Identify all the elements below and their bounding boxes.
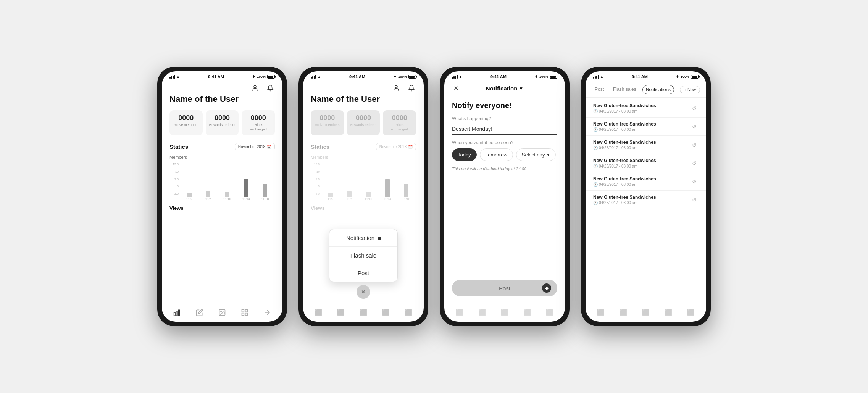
nav-edit-1[interactable] (194, 306, 206, 319)
form-field-2: When you want it be be seen? Today Tomor… (452, 140, 557, 161)
bar-x-3: 11/10 (223, 197, 231, 201)
date-badge-1[interactable]: November 2018 📅 (235, 143, 275, 150)
chevron-down-icon: ▼ (519, 86, 523, 91)
date-label-2: November 2018 (379, 145, 407, 149)
svg-rect-7 (245, 309, 248, 312)
nav-3-5[interactable]: ⬛ (544, 306, 556, 319)
bar-x-1: 11/2 (186, 197, 192, 201)
tab-flash-sales[interactable]: Flash sales (610, 85, 639, 94)
phone-3-screen: ▲ 9:41 AM ✱ 100% ✕ Notification ▼ (444, 71, 565, 322)
nav-chart-1[interactable] (171, 306, 183, 319)
info-text: This post will be disabled today at 24:0… (452, 166, 557, 171)
phone-2: ▲ 9:41 AM ✱ 100% (298, 67, 428, 326)
bar-chart-2: 12.5 10 7.5 5 2.5 11/2 (311, 163, 416, 201)
refresh-btn-6[interactable]: ↺ (690, 196, 699, 204)
nav-4-4[interactable]: ⬛ (662, 306, 674, 319)
tab-post-label: Post (595, 87, 604, 92)
bar-grp-2-5: 11/18 (398, 168, 415, 201)
refresh-btn-2[interactable]: ↺ (690, 122, 699, 131)
refresh-btn-4[interactable]: ↺ (690, 159, 699, 168)
bell-icon-2[interactable] (407, 84, 416, 93)
modal-item-post[interactable]: Post (329, 264, 397, 282)
post-button[interactable]: Post ◆ (452, 280, 557, 296)
header-icons-2 (303, 82, 424, 94)
bar-1 (187, 193, 192, 196)
nav-2-2[interactable]: ⬛ (335, 306, 347, 319)
time-display-2: 9:41 AM (349, 74, 365, 79)
nav-2-3[interactable]: ⬛ (357, 306, 369, 319)
today-btn[interactable]: Today (452, 148, 477, 161)
clock-icon-3: 🕐 (593, 146, 598, 150)
bottom-nav-2: ⬛ ⬛ ⬛ ⬛ ⬛ (303, 303, 424, 322)
refresh-btn-3[interactable]: ↺ (690, 141, 699, 149)
svg-rect-3 (178, 310, 179, 316)
notif-time-5: 🕐 04/25/2017 - 08:00 am (593, 182, 690, 187)
stat-card-2-3: 0000 Prices exchanged (383, 110, 416, 135)
nav-4-2[interactable]: ⬛ (617, 306, 629, 319)
form-content: Notify everyone! What's happening? Desse… (444, 95, 565, 280)
battery-percent-4: 100% (681, 75, 689, 79)
phone-3: ▲ 9:41 AM ✱ 100% ✕ Notification ▼ (440, 67, 570, 326)
nav-arrow-1[interactable] (261, 306, 273, 319)
modal-item-notification[interactable]: Notification (329, 229, 397, 247)
wifi-icon-4: ▲ (600, 75, 603, 79)
nav-2-4[interactable]: ⬛ (380, 306, 392, 319)
nav-3-3[interactable]: ⬛ (499, 306, 511, 319)
tab-notifications[interactable]: Notifications (642, 85, 674, 94)
notif-name-5: New Gluten-free Sandwiches (593, 176, 690, 182)
stat-card-3: 0000 Prices exchanged (242, 110, 275, 135)
bottom-nav-4: ⬛ ⬛ ⬛ ⬛ ⬛ (586, 303, 706, 322)
notif-info-5: New Gluten-free Sandwiches 🕐 04/25/2017 … (593, 176, 690, 187)
nav-4-3[interactable]: ⬛ (640, 306, 652, 319)
y-label-12: 12.5 (171, 163, 179, 166)
nav-grid-1[interactable] (239, 306, 251, 319)
bar-group-1: 11/2 (181, 168, 198, 201)
nav-3-2[interactable]: ⬛ (476, 306, 488, 319)
stat-number-3: 0000 (245, 114, 272, 122)
statics-title-1: Statics (169, 143, 188, 150)
status-bar-1: ▲ 9:41 AM ✱ 100% (162, 71, 282, 82)
stat-card-1: 0000 Active members (169, 110, 203, 135)
nav-4-5[interactable]: ⬛ (685, 306, 697, 319)
modal-close-btn[interactable]: ✕ (357, 285, 370, 299)
field-value-1[interactable]: Dessert Monday! (452, 124, 557, 135)
y-label-7: 7.5 (171, 177, 179, 181)
tab-post[interactable]: Post (592, 85, 607, 94)
bar-2-1 (328, 193, 333, 196)
nav-image-1[interactable] (216, 306, 228, 319)
stat-card-2: 0000 Rewards redeem (206, 110, 239, 135)
bell-icon[interactable] (266, 84, 275, 93)
notif-name-3: New Gluten-free Sandwiches (593, 140, 690, 145)
select-day-btn[interactable]: Select day ▼ (516, 148, 556, 161)
stat-label-2: Rewards redeem (209, 123, 236, 127)
bar-2-4 (385, 179, 390, 197)
notif-info-1: New Gluten-free Sandwiches 🕐 04/25/2017 … (593, 103, 690, 113)
battery-icon-3 (550, 75, 557, 79)
refresh-btn-1[interactable]: ↺ (690, 104, 699, 113)
modal-item-flashsale[interactable]: Flash sale (329, 247, 397, 264)
nav-3-1[interactable]: ⬛ (453, 306, 466, 319)
stat-lbl-2-3: Prices exchanged (386, 123, 413, 132)
close-btn[interactable]: ✕ (450, 83, 461, 94)
nav-2-1[interactable]: ⬛ (312, 306, 324, 319)
nav-3-4[interactable]: ⬛ (521, 306, 533, 319)
refresh-btn-5[interactable]: ↺ (690, 177, 699, 186)
chart-label-members: Members (169, 155, 275, 159)
bluetooth-icon-3: ✱ (535, 75, 538, 79)
nav-2-5[interactable]: ⬛ (402, 306, 415, 319)
new-button[interactable]: + New (680, 86, 700, 93)
user-icon-2[interactable] (392, 84, 401, 93)
date-badge-2[interactable]: November 2018 📅 (376, 143, 416, 150)
bar-grp-2-4: 11/14 (379, 168, 396, 201)
bar-grp-2-3: 11/10 (360, 168, 377, 201)
tomorrow-btn[interactable]: Tomorrow (480, 148, 513, 161)
arrow-icon: ◆ (545, 285, 549, 291)
clock-icon-1: 🕐 (593, 109, 598, 113)
phone-4-screen: ▲ 9:41 AM ✱ 100% Post (586, 71, 706, 322)
phone-1: ▲ 9:41 AM ✱ 100% (157, 67, 287, 326)
chart-container-2: Members 12.5 10 7.5 5 2.5 11/2 (311, 155, 416, 201)
nav-4-1[interactable]: ⬛ (595, 306, 607, 319)
user-icon[interactable] (250, 84, 260, 93)
stat-label-1: Active members (173, 123, 200, 127)
wifi-icon: ▲ (176, 75, 180, 79)
